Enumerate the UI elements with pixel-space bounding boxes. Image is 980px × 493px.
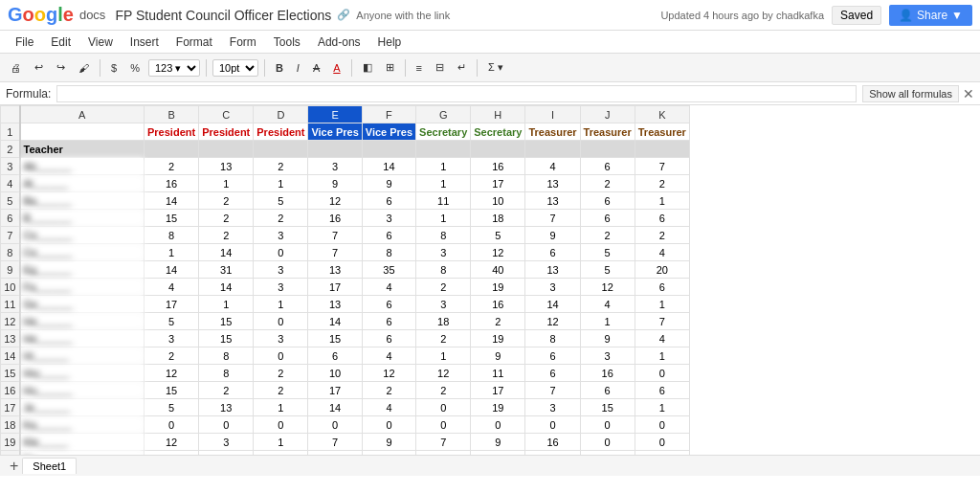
data-cell-r6-c7[interactable]: 1 [416, 210, 471, 227]
redo-btn[interactable]: ↪ [52, 58, 70, 77]
data-cell-r3-c5[interactable]: 3 [308, 158, 362, 175]
data-cell-r4-c4[interactable]: 1 [254, 175, 308, 192]
data-cell-r15-c5[interactable]: 10 [308, 365, 362, 382]
name-cell-18[interactable]: Ka______ [20, 416, 145, 434]
cell-C2[interactable] [199, 141, 254, 158]
data-cell-r18-c5[interactable]: 0 [308, 416, 362, 434]
data-cell-r10-c2[interactable]: 4 [145, 279, 199, 296]
data-cell-r8-c4[interactable]: 0 [254, 244, 308, 261]
cell-D2[interactable] [254, 141, 308, 158]
data-cell-r16-c2[interactable]: 15 [145, 382, 199, 399]
cell-I1[interactable]: Treasurer [525, 123, 580, 141]
cell-K2[interactable] [635, 141, 689, 158]
data-cell-r15-c10[interactable]: 16 [580, 365, 635, 382]
data-cell-r5-c2[interactable]: 14 [145, 192, 199, 210]
font-size-select[interactable]: 10pt [212, 59, 258, 77]
data-cell-r18-c3[interactable]: 0 [199, 416, 254, 434]
borders-btn[interactable]: ⊞ [381, 58, 399, 77]
data-cell-r13-c10[interactable]: 9 [580, 330, 635, 347]
data-cell-r13-c11[interactable]: 4 [635, 330, 689, 347]
data-cell-r7-c3[interactable]: 2 [199, 227, 254, 244]
name-cell-3[interactable]: Ab______ [20, 158, 145, 175]
cell-E2[interactable] [308, 141, 362, 158]
cell-G2[interactable] [416, 141, 471, 158]
data-cell-r3-c6[interactable]: 14 [362, 158, 415, 175]
data-cell-r6-c2[interactable]: 15 [145, 210, 199, 227]
name-cell-5[interactable]: Ba______ [20, 192, 145, 210]
data-cell-r11-c2[interactable]: 17 [145, 296, 199, 313]
formula-input[interactable] [56, 85, 857, 102]
data-cell-r7-c11[interactable]: 2 [635, 227, 689, 244]
data-cell-r19-c6[interactable]: 9 [362, 434, 415, 451]
data-cell-r10-c11[interactable]: 6 [635, 279, 689, 296]
data-cell-r10-c4[interactable]: 3 [254, 279, 308, 296]
cell-F1[interactable]: Vice Pres [362, 123, 415, 141]
data-cell-r19-c4[interactable]: 1 [254, 434, 308, 451]
data-cell-r14-c2[interactable]: 2 [145, 347, 199, 365]
name-cell-16[interactable]: Hu______ [20, 382, 145, 399]
data-cell-r10-c6[interactable]: 4 [362, 279, 415, 296]
data-cell-r20-c6[interactable]: 9 [362, 451, 415, 456]
data-cell-r11-c6[interactable]: 6 [362, 296, 415, 313]
data-cell-r20-c11[interactable]: 0 [635, 451, 689, 456]
data-cell-r20-c3[interactable]: 1 [199, 451, 254, 456]
data-cell-r7-c10[interactable]: 2 [580, 227, 635, 244]
data-cell-r9-c6[interactable]: 35 [362, 261, 415, 279]
menu-tools[interactable]: Tools [266, 34, 308, 51]
data-cell-r18-c2[interactable]: 0 [145, 416, 199, 434]
data-cell-r15-c6[interactable]: 12 [362, 365, 415, 382]
cell-A2[interactable]: Teacher [20, 141, 145, 158]
data-cell-r6-c3[interactable]: 2 [199, 210, 254, 227]
data-cell-r13-c6[interactable]: 6 [362, 330, 415, 347]
data-cell-r12-c3[interactable]: 15 [199, 313, 254, 330]
data-cell-r11-c4[interactable]: 1 [254, 296, 308, 313]
data-cell-r15-c9[interactable]: 6 [525, 365, 580, 382]
sheet-tab-1[interactable]: Sheet1 [22, 458, 77, 474]
col-header-D[interactable]: D [254, 106, 308, 123]
data-cell-r11-c9[interactable]: 14 [525, 296, 580, 313]
data-cell-r12-c7[interactable]: 18 [416, 313, 471, 330]
data-cell-r4-c11[interactable]: 2 [635, 175, 689, 192]
data-cell-r13-c3[interactable]: 15 [199, 330, 254, 347]
data-cell-r16-c8[interactable]: 17 [471, 382, 525, 399]
data-cell-r11-c5[interactable]: 13 [308, 296, 362, 313]
data-cell-r3-c3[interactable]: 13 [199, 158, 254, 175]
data-cell-r7-c2[interactable]: 8 [145, 227, 199, 244]
data-cell-r3-c11[interactable]: 7 [635, 158, 689, 175]
name-cell-7[interactable]: Ce______ [20, 227, 145, 244]
data-cell-r10-c7[interactable]: 2 [416, 279, 471, 296]
name-cell-6[interactable]: B_______ [20, 210, 145, 227]
data-cell-r8-c6[interactable]: 8 [362, 244, 415, 261]
data-cell-r12-c5[interactable]: 14 [308, 313, 362, 330]
show-formulas-button[interactable]: Show all formulas [862, 85, 959, 102]
data-cell-r15-c8[interactable]: 11 [471, 365, 525, 382]
strikethrough-btn[interactable]: A [308, 59, 324, 77]
data-cell-r4-c5[interactable]: 9 [308, 175, 362, 192]
data-cell-r12-c4[interactable]: 0 [254, 313, 308, 330]
data-cell-r18-c8[interactable]: 0 [471, 416, 525, 434]
data-cell-r10-c10[interactable]: 12 [580, 279, 635, 296]
cell-A1[interactable] [20, 123, 145, 141]
add-sheet-button[interactable]: + [6, 458, 22, 475]
data-cell-r18-c9[interactable]: 0 [525, 416, 580, 434]
data-cell-r18-c10[interactable]: 0 [580, 416, 635, 434]
merge-btn[interactable]: ⊟ [431, 58, 449, 77]
close-formula-icon[interactable]: ✕ [963, 86, 974, 101]
data-cell-r14-c4[interactable]: 0 [254, 347, 308, 365]
menu-edit[interactable]: Edit [43, 34, 78, 51]
data-cell-r14-c6[interactable]: 4 [362, 347, 415, 365]
data-cell-r12-c11[interactable]: 7 [635, 313, 689, 330]
data-cell-r10-c8[interactable]: 19 [471, 279, 525, 296]
data-cell-r17-c2[interactable]: 5 [145, 399, 199, 416]
data-cell-r11-c10[interactable]: 4 [580, 296, 635, 313]
data-cell-r5-c4[interactable]: 5 [254, 192, 308, 210]
data-cell-r17-c4[interactable]: 1 [254, 399, 308, 416]
data-cell-r4-c7[interactable]: 1 [416, 175, 471, 192]
name-cell-15[interactable]: Hry_____ [20, 365, 145, 382]
col-header-J[interactable]: J [580, 106, 635, 123]
data-cell-r16-c9[interactable]: 7 [525, 382, 580, 399]
data-cell-r7-c5[interactable]: 7 [308, 227, 362, 244]
data-cell-r19-c3[interactable]: 3 [199, 434, 254, 451]
data-cell-r16-c10[interactable]: 6 [580, 382, 635, 399]
data-cell-r9-c8[interactable]: 40 [471, 261, 525, 279]
